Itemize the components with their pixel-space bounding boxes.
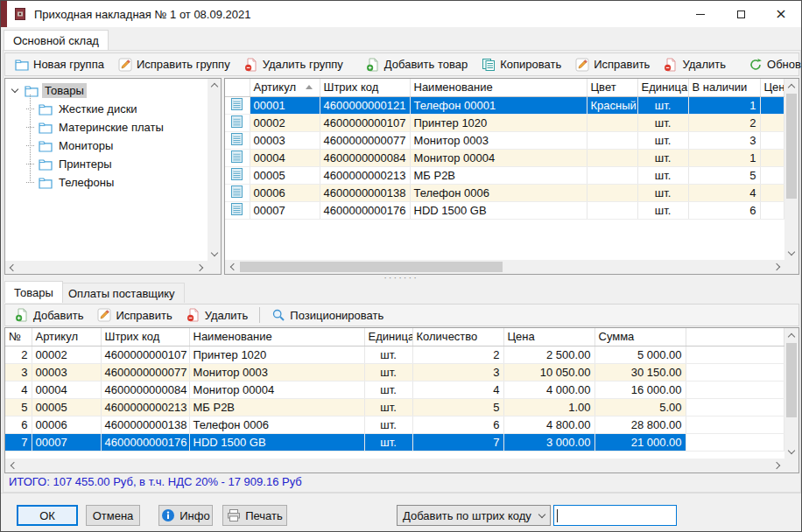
column-header-stock[interactable]: В наличии: [688, 79, 760, 96]
delete-button[interactable]: Удалить: [658, 56, 732, 74]
column-header-articul[interactable]: Артикул: [32, 328, 101, 346]
folder-icon: [39, 121, 53, 135]
copy-button[interactable]: Копировать: [475, 56, 567, 74]
column-header-barcode[interactable]: Штрих код: [101, 328, 189, 346]
scrollbar-thumb[interactable]: [786, 94, 797, 199]
minimize-button[interactable]: [680, 1, 721, 27]
column-header-sum[interactable]: Сумма: [594, 328, 686, 346]
column-header-name[interactable]: Наименование: [189, 328, 364, 346]
tab-products[interactable]: Товары: [4, 281, 63, 303]
tree-horizontal-scrollbar[interactable]: [5, 261, 208, 274]
new-group-button[interactable]: Новая группа: [9, 56, 110, 74]
column-header-qty[interactable]: Количество: [412, 328, 503, 346]
scrollbar-thumb[interactable]: [240, 262, 503, 272]
new-group-folder-icon: [15, 58, 29, 72]
position-button[interactable]: Позиционировать: [265, 306, 390, 324]
scroll-down-arrow-icon[interactable]: [784, 444, 798, 458]
add-product-button[interactable]: Добавить товар: [360, 56, 474, 74]
cancel-button[interactable]: Отмена: [86, 505, 140, 526]
scrollbar-thumb[interactable]: [786, 343, 797, 417]
scroll-up-arrow-icon[interactable]: [208, 79, 221, 92]
column-header-name[interactable]: Наименование: [410, 79, 587, 96]
ok-button[interactable]: ОК: [17, 505, 78, 526]
cell-unit: шт.: [364, 433, 412, 451]
product-row[interactable]: 000034600000000077Монитор 0003шт.3: [225, 131, 784, 149]
close-button[interactable]: ×: [761, 1, 801, 27]
scroll-right-arrow-icon[interactable]: [770, 260, 784, 274]
scroll-right-arrow-icon[interactable]: [770, 458, 784, 472]
products-table: Артикул Штрих код Наименование Цвет Един…: [225, 79, 784, 220]
invoice-row[interactable]: 4000044600000000084Монитор 00004шт.44 00…: [5, 381, 784, 398]
scroll-right-arrow-icon[interactable]: [194, 261, 208, 274]
maximize-button[interactable]: [721, 1, 761, 27]
cell-price: [760, 96, 784, 114]
product-row[interactable]: 000014600000000121Телефон 00001Красныйшт…: [225, 96, 784, 114]
delete-row-button[interactable]: Удалить: [180, 306, 255, 324]
refresh-button[interactable]: Обновить: [742, 56, 802, 74]
tree-item[interactable]: Телефоны: [9, 173, 208, 192]
print-button[interactable]: Печать: [222, 505, 287, 526]
add-row-button[interactable]: Добавить: [9, 306, 89, 324]
column-header-unit[interactable]: Единица: [364, 328, 412, 346]
cell-sum: 5.00: [594, 398, 686, 416]
scroll-left-arrow-icon[interactable]: [5, 261, 18, 274]
barcode-input[interactable]: [553, 505, 677, 526]
column-header-price[interactable]: Цена: [503, 328, 594, 346]
tree-item[interactable]: Жесткие диски: [9, 100, 208, 118]
delete-group-button[interactable]: Удалить группу: [238, 56, 349, 74]
column-header-unit[interactable]: Единица: [637, 79, 688, 96]
tab-supplier-payments[interactable]: Оплаты поставщику: [59, 283, 185, 303]
invoice-row[interactable]: 5000054600000000213МБ Р2Вшт.51.005.00: [5, 398, 784, 416]
tree-item[interactable]: Мониторы: [9, 136, 208, 155]
row-doc-icon: [225, 131, 250, 149]
column-header-num[interactable]: №: [5, 328, 32, 346]
toolbar-separator: [259, 307, 260, 323]
invoice-row[interactable]: 3000034600000000077Монитор 0003шт.310 05…: [5, 363, 784, 381]
tree-item-root[interactable]: Товары: [9, 81, 208, 100]
scroll-down-arrow-icon[interactable]: [208, 248, 221, 261]
cell-articul: 00003: [250, 131, 320, 149]
products-vertical-scrollbar[interactable]: [784, 79, 798, 260]
scroll-left-arrow-icon[interactable]: [5, 458, 19, 472]
product-row[interactable]: 000024600000000107Принтер 1020шт.2: [225, 114, 784, 131]
titlebar[interactable]: Приходная накладная № 1 от 08.09.2021 ×: [1, 1, 801, 27]
invoice-row[interactable]: 7000074600000000176HDD 1500 GBшт.73 000.…: [5, 433, 784, 451]
column-header-icon[interactable]: [225, 79, 250, 96]
scroll-up-arrow-icon[interactable]: [784, 79, 798, 93]
cell-filler: [686, 398, 784, 416]
products-horizontal-scrollbar[interactable]: [225, 260, 784, 274]
delete-page-icon: [664, 58, 678, 72]
column-header-price[interactable]: Цена: [760, 79, 784, 96]
product-row[interactable]: 000064600000000138Телефон 0006шт.4: [225, 184, 784, 201]
info-button[interactable]: Инфо: [158, 505, 213, 526]
tree-vertical-scrollbar[interactable]: [208, 79, 221, 261]
scrollbar-corner: [784, 458, 798, 472]
column-header-barcode[interactable]: Штрих код: [320, 79, 410, 96]
horizontal-splitter[interactable]: ·······: [1, 274, 801, 281]
add-mode-combobox[interactable]: Добавить по штрих коду: [397, 505, 551, 526]
column-header-color[interactable]: Цвет: [587, 79, 637, 96]
tree-connector: [26, 145, 34, 146]
cell-articul: 00004: [32, 381, 101, 398]
cell-articul: 00006: [32, 416, 101, 433]
invoice-row[interactable]: 6000064600000000138Телефон 0006шт.64 800…: [5, 416, 784, 433]
product-row[interactable]: 000074600000000176HDD 1500 GBшт.6: [225, 201, 784, 219]
scroll-up-arrow-icon[interactable]: [784, 328, 798, 342]
invoice-row[interactable]: 2000024600000000107Принтер 1020шт.22 500…: [5, 346, 784, 363]
scroll-left-arrow-icon[interactable]: [225, 260, 239, 274]
tree-item[interactable]: Принтеры: [9, 155, 208, 173]
cell-stock: 4: [688, 184, 760, 201]
edit-group-button[interactable]: Исправить группу: [112, 56, 236, 74]
column-header-articul[interactable]: Артикул: [250, 79, 320, 96]
scroll-down-arrow-icon[interactable]: [784, 246, 798, 260]
edit-row-button[interactable]: Исправить: [91, 306, 178, 324]
cell-num: 3: [5, 363, 32, 381]
tab-main-warehouse[interactable]: Основной склад: [4, 30, 109, 50]
cell-name: HDD 1500 GB: [410, 201, 587, 219]
edit-button[interactable]: Исправить: [569, 56, 656, 74]
invoice-horizontal-scrollbar[interactable]: [5, 458, 784, 472]
product-row[interactable]: 000054600000000213МБ Р2Вшт.5: [225, 166, 784, 184]
product-row[interactable]: 000044600000000084Монитор 00004шт.1: [225, 149, 784, 166]
invoice-vertical-scrollbar[interactable]: [784, 328, 798, 458]
tree-item[interactable]: Материнские платы: [9, 118, 208, 136]
